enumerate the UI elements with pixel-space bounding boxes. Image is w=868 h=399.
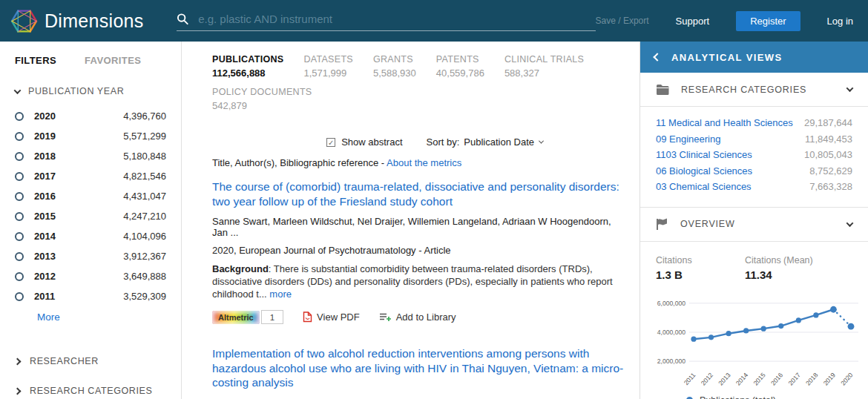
support-link[interactable]: Support — [676, 16, 710, 27]
add-to-library-button[interactable]: Add to Library — [379, 311, 456, 323]
sidebar-item-researcher[interactable]: RESEARCHER — [15, 356, 166, 366]
chevron-down-icon — [14, 87, 22, 94]
radio-button[interactable] — [15, 232, 24, 241]
radio-button[interactable] — [15, 252, 24, 261]
filter-year-2011[interactable]: 2011 3,529,309 — [15, 286, 166, 306]
search-icon — [177, 13, 188, 25]
more-years-link[interactable]: More — [37, 311, 60, 323]
altmetric-badge[interactable]: Altmetric 1 — [212, 310, 283, 324]
svg-text:2015: 2015 — [752, 371, 766, 386]
results-main: PUBLICATIONS 112,566,888 DATASETS 1,571,… — [182, 42, 640, 399]
about-the-metrics-link[interactable]: About the metrics — [387, 157, 461, 168]
tab-favorites[interactable]: FAVORITES — [85, 55, 141, 66]
publication-authors: Sanne Swart, Marleen Wildschut, Nel Drai… — [212, 216, 628, 238]
category-row: 1103 Clinical Sciences 10,805,043 — [656, 147, 852, 163]
content-type-tabs: PUBLICATIONS 112,566,888 DATASETS 1,571,… — [212, 54, 642, 111]
svg-text:2012: 2012 — [700, 371, 714, 386]
chevron-right-icon — [14, 387, 22, 395]
tab-publications[interactable]: PUBLICATIONS 112,566,888 — [212, 54, 283, 79]
publication-title-link[interactable]: Implementation of two alcohol reduction … — [212, 346, 626, 390]
publication-abstract: Background: There is substantial comorbi… — [212, 263, 622, 300]
citations-label: Citations — [656, 255, 745, 266]
chart-legend: Publications (total) — [686, 395, 868, 399]
analytical-views-panel: ANALYTICAL VIEWS RESEARCH CATEGORIES 11 … — [640, 42, 868, 399]
chevron-down-icon — [846, 220, 854, 227]
sidebar-item-research-categories[interactable]: RESEARCH CATEGORIES — [15, 386, 166, 396]
filter-year-2020[interactable]: 2020 4,396,760 — [15, 106, 166, 126]
publication-year-section-header[interactable]: PUBLICATION YEAR — [15, 86, 166, 96]
sort-dropdown[interactable]: Publication Date — [464, 136, 543, 148]
radio-button[interactable] — [15, 272, 24, 281]
filter-year-2018[interactable]: 2018 5,180,848 — [15, 146, 166, 166]
category-link[interactable]: 09 Engineering — [656, 133, 720, 145]
tab-patents[interactable]: PATENTS 40,559,786 — [436, 54, 484, 79]
radio-button[interactable] — [15, 292, 24, 301]
svg-text:2011: 2011 — [683, 371, 697, 386]
overview-chart: 2,000,0004,000,0006,000,0002011201220132… — [646, 290, 863, 388]
svg-text:4,000,000: 4,000,000 — [657, 328, 685, 335]
sort-by-label: Sort by: — [427, 136, 460, 148]
register-button[interactable]: Register — [736, 11, 800, 31]
filter-year-2019[interactable]: 2019 5,571,299 — [15, 126, 166, 146]
filters-sidebar: FILTERS FAVORITES PUBLICATION YEAR 2020 … — [0, 42, 182, 399]
tab-policy-documents[interactable]: POLICY DOCUMENTS 542,879 — [212, 87, 312, 111]
radio-button[interactable] — [15, 112, 24, 121]
publication-actions: Altmetric 1 View PDF Add — [212, 310, 640, 324]
category-link[interactable]: 03 Chemical Sciences — [656, 181, 752, 192]
pdf-icon — [303, 311, 312, 323]
category-link[interactable]: 11 Medical and Health Sciences — [656, 117, 793, 128]
publication-title-link[interactable]: The course of (comorbid) trauma-related,… — [212, 179, 620, 208]
filter-year-2012[interactable]: 2012 3,649,888 — [15, 266, 166, 286]
tab-datasets[interactable]: DATASETS 1,571,999 — [303, 54, 353, 79]
header-right: Save / Export Support Register Log in — [596, 11, 868, 31]
filter-year-2015[interactable]: 2015 4,247,210 — [15, 206, 166, 226]
show-abstract-checkbox[interactable]: ✓ — [326, 138, 335, 147]
add-to-library-icon — [379, 312, 392, 322]
dimensions-logo-icon — [10, 7, 38, 35]
radio-button[interactable] — [15, 172, 24, 181]
radio-button[interactable] — [15, 192, 24, 201]
citations-summary: Citations 1.3 B Citations (Mean) 11.34 — [640, 242, 868, 281]
research-categories-section-header[interactable]: RESEARCH CATEGORIES — [640, 73, 868, 107]
tab-filters[interactable]: FILTERS — [15, 55, 56, 66]
tab-grants[interactable]: GRANTS 5,588,930 — [373, 54, 416, 79]
save-export-button[interactable]: Save / Export — [596, 16, 649, 26]
search-input[interactable] — [198, 13, 595, 25]
category-link[interactable]: 06 Biological Sciences — [656, 165, 752, 177]
brand[interactable]: Dimensions — [0, 7, 177, 35]
show-abstract-label[interactable]: Show abstract — [341, 136, 402, 148]
chevron-left-icon — [653, 53, 661, 61]
filter-year-2017[interactable]: 2017 4,821,546 — [15, 166, 166, 186]
filter-year-2016[interactable]: 2016 4,431,047 — [15, 186, 166, 206]
svg-text:2020: 2020 — [839, 371, 854, 386]
radio-button[interactable] — [15, 152, 24, 161]
chevron-right-icon — [14, 357, 22, 365]
category-row: 03 Chemical Sciences 7,663,328 — [656, 179, 852, 195]
publication-year-title: PUBLICATION YEAR — [28, 86, 124, 96]
login-link[interactable]: Log in — [827, 16, 853, 27]
analytical-views-header[interactable]: ANALYTICAL VIEWS — [640, 42, 868, 73]
svg-text:2,000,000: 2,000,000 — [657, 357, 685, 365]
category-row: 06 Biological Sciences 8,752,629 — [656, 163, 852, 179]
abstract-more-link[interactable]: more — [269, 288, 292, 300]
svg-text:2016: 2016 — [769, 371, 784, 386]
filter-year-2013[interactable]: 2013 3,912,367 — [15, 246, 166, 266]
svg-text:2017: 2017 — [787, 371, 802, 386]
overview-section-header[interactable]: OVERVIEW — [640, 208, 868, 242]
category-link[interactable]: 1103 Clinical Sciences — [656, 149, 752, 160]
radio-button[interactable] — [15, 212, 24, 221]
flag-icon — [656, 218, 669, 231]
filter-year-2014[interactable]: 2014 4,104,096 — [15, 226, 166, 246]
radio-button[interactable] — [15, 132, 24, 141]
publication-year-list: 2020 4,396,760 2019 5,571,299 2018 5,180… — [15, 106, 166, 306]
search-box[interactable] — [177, 10, 596, 31]
sort-row: ✓ Show abstract Sort by: Publication Dat… — [212, 136, 543, 148]
view-pdf-button[interactable]: View PDF — [303, 311, 360, 323]
publication-result-1: The course of (comorbid) trauma-related,… — [212, 179, 640, 324]
tab-clinical-trials[interactable]: CLINICAL TRIALS 588,327 — [504, 54, 584, 79]
category-row: 09 Engineering 11,849,453 — [656, 131, 852, 148]
top-header: Dimensions Save / Export Support Registe… — [0, 0, 868, 42]
publication-result-2: Implementation of two alcohol reduction … — [212, 346, 640, 399]
svg-text:6,000,000: 6,000,000 — [657, 299, 685, 306]
publications-chart: 2,000,0004,000,0006,000,0002011201220132… — [640, 281, 868, 391]
